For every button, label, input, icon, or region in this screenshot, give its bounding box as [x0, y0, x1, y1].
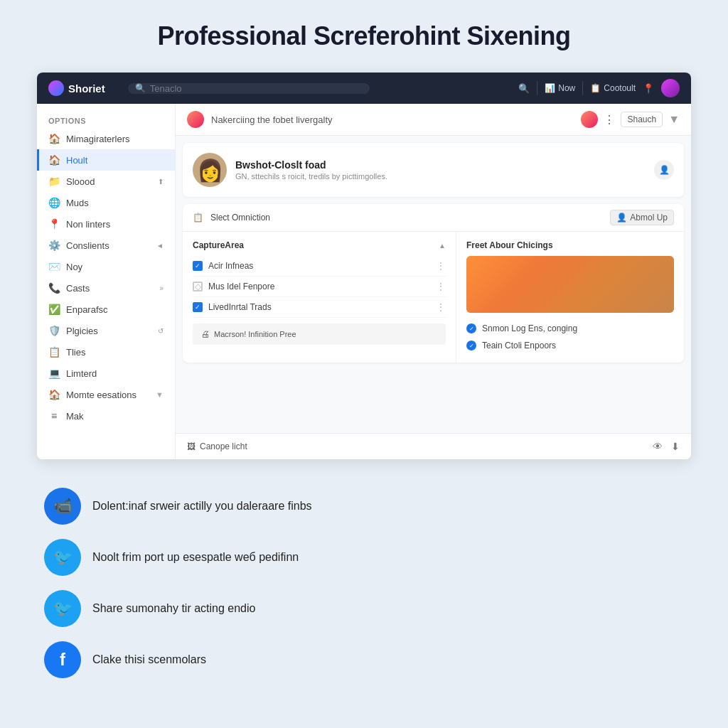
sidebar-item-sloood[interactable]: 📁 Sloood ⬆ [37, 171, 175, 192]
sidebar-item-plgicies[interactable]: 🛡️ Plgicies ↺ [37, 320, 175, 341]
list-icon: 📋 [48, 346, 60, 358]
profile-action-button[interactable]: 👤 [654, 160, 674, 180]
sidebar-label: Conslients [66, 240, 109, 251]
sidebar-item-casts[interactable]: 📞 Casts » [37, 277, 175, 299]
sidebar-label: Tlies [66, 347, 85, 358]
sidebar-item-noy[interactable]: ✉️ Noy [37, 256, 175, 277]
collapse-icon[interactable]: ▲ [439, 242, 446, 250]
canope-label: Canope licht [200, 441, 247, 451]
panel-toolbar: 📋 Slect Omniction 👤 Abmol Up [183, 204, 684, 232]
sidebar-label: Hoult [66, 155, 87, 166]
shield-icon: 🛡️ [48, 325, 60, 336]
share-button[interactable]: Shauch [621, 112, 663, 127]
search-input[interactable] [150, 83, 363, 94]
expand-icon[interactable]: ▼ [668, 113, 680, 126]
sidebar-badge-3: » [159, 284, 164, 292]
features-section: 📹 Dolent:inaf srweir actilly you daleraa… [37, 488, 691, 678]
right-item-2: Teain Ctoli Enpoors [466, 337, 674, 354]
sidebar-item-mimagiraterlers[interactable]: 🏠 Mimagiraterlers [37, 128, 175, 149]
sidebar-label: Enparafsc [66, 304, 108, 315]
twitter-icon-2: 🐦 [53, 599, 73, 618]
sidebar-item-limterd[interactable]: 💻 Limterd [37, 363, 175, 384]
main-panel: 📋 Slect Omniction 👤 Abmol Up CaptureArea… [183, 204, 684, 363]
sidebar-item-momte[interactable]: 🏠 Momte eesations ▼ [37, 384, 175, 405]
sidebar-item-enparafsc[interactable]: ✅ Enparafsc [37, 299, 175, 320]
sidebar-label: Plgicies [66, 326, 98, 336]
more-menu-icon-3[interactable]: ⋮ [436, 301, 446, 313]
sidebar-item-non-linters[interactable]: 📍 Non linters [37, 213, 175, 235]
sidebar-item-muds[interactable]: 🌐 Muds [37, 192, 175, 213]
check-icon: ✅ [48, 304, 60, 315]
more-menu-icon[interactable]: ⋮ [436, 260, 446, 272]
checklist-item-2[interactable]: ◇ Mus Idel Fenpore ⋮ [193, 277, 446, 297]
sidebar: Options 🏠 Mimagiraterlers 🏠 Hoult 📁 Sloo… [37, 104, 176, 459]
mail-icon: ✉️ [48, 261, 60, 272]
sidebar-badge: ⬆ [158, 178, 164, 186]
canope-icon: 🖼 [187, 441, 196, 451]
info-note: 🖨 Macrson! Infinition Pree [193, 323, 446, 345]
cootoult-icon: 📋 [590, 83, 601, 93]
bottom-bar-actions: 👁 ⬇ [653, 441, 680, 452]
home-icon-2: 🏠 [48, 154, 60, 166]
sidebar-label: Limterd [66, 368, 97, 379]
sidebar-label: Muds [66, 198, 89, 208]
checkbox-2[interactable]: ◇ [193, 282, 203, 291]
feature-text-2: Noolt frim port up esespatle weб pedifin… [92, 551, 299, 564]
page-title: Professional Screferohint Sixening [14, 21, 714, 51]
app-container: Shoriet 🔍 🔍 📊 Now 📋 Cootoult 📍 Option [37, 73, 691, 459]
sidebar-item-mak[interactable]: ≡ Mak [37, 405, 175, 427]
sidebar-item-tlies[interactable]: 📋 Tlies [37, 341, 175, 363]
checklist-label: LivedInrtal Trads [208, 302, 272, 312]
info-note-text: Macrson! Infinition Pree [214, 330, 296, 338]
panel-toolbar-label: Slect Omniction [210, 213, 270, 223]
content-avatar-2 [581, 111, 598, 128]
house-icon-3: 🏠 [48, 389, 60, 400]
checkbox-3[interactable]: ✓ [193, 302, 203, 312]
right-item-1: Snmon Log Ens, conging [466, 320, 674, 337]
phone-icon: 📞 [48, 282, 60, 294]
sidebar-item-hoult[interactable]: 🏠 Hoult [37, 149, 175, 171]
checklist-item-1[interactable]: ✓ Acir Infneas ⋮ [193, 256, 446, 277]
sidebar-label: Sloood [66, 176, 95, 187]
user-avatar[interactable] [661, 79, 680, 97]
panel-left-title: CaptureArea ▲ [193, 240, 446, 250]
folder-icon: 📁 [48, 176, 60, 187]
content-header-text: Nakerciing the fobet livergalty [211, 114, 574, 125]
content-header: Nakerciing the fobet livergalty ⋮ Shauch… [176, 104, 691, 136]
app-logo[interactable]: Shoriet [48, 80, 105, 96]
sidebar-item-conslients[interactable]: ⚙️ Conslients ◄ [37, 235, 175, 256]
feature-item-4: f Clake thisi scenmolars [44, 641, 684, 678]
sidebar-badge-2: ◄ [156, 242, 164, 250]
cootoult-button[interactable]: 📋 Cootoult [590, 83, 636, 93]
sidebar-label: Mimagiraterlers [66, 134, 130, 144]
more-icon[interactable]: ⋮ [604, 113, 615, 127]
checklist-item-3[interactable]: ✓ LivedInrtal Trads ⋮ [193, 297, 446, 318]
feature-image [466, 256, 674, 313]
search-icon-right[interactable]: 🔍 [518, 83, 530, 94]
profile-desc: GN, sttechils s roicit, tredils by pictt… [235, 172, 646, 181]
abmol-up-button[interactable]: 👤 Abmol Up [610, 210, 674, 225]
download-icon[interactable]: ⬇ [671, 441, 680, 452]
divider2 [582, 81, 583, 95]
panel-right-title: Freet Abour Chicings [466, 240, 674, 250]
feature-text-3: Share sumonahy tir acting endio [92, 602, 255, 615]
location-icon[interactable]: 📍 [643, 83, 654, 94]
checkbox-1[interactable]: ✓ [193, 261, 203, 271]
sidebar-label: Non linters [66, 219, 110, 230]
now-button[interactable]: 📊 Now [545, 83, 575, 93]
menu-icon: ≡ [48, 410, 60, 422]
topbar: Shoriet 🔍 🔍 📊 Now 📋 Cootoult 📍 [37, 73, 691, 104]
now-icon: 📊 [545, 83, 555, 93]
search-box[interactable]: 🔍 [128, 83, 370, 94]
profile-avatar [193, 153, 227, 187]
more-menu-icon-2[interactable]: ⋮ [436, 281, 446, 292]
profile-info: Bwshot-Closlt foad GN, sttechils s roici… [235, 159, 646, 181]
info-icon: 🖨 [201, 329, 210, 339]
sidebar-section-title: Options [37, 111, 175, 128]
view-icon[interactable]: 👁 [653, 441, 663, 452]
home-icon: 🏠 [48, 133, 60, 144]
content-area: Nakerciing the fobet livergalty ⋮ Shauch… [176, 104, 691, 459]
right-item-label: Teain Ctoli Enpoors [482, 341, 556, 350]
panel-right: Freet Abour Chicings Snmon Log Ens, cong… [456, 232, 684, 363]
pin-icon: 📍 [48, 218, 60, 230]
